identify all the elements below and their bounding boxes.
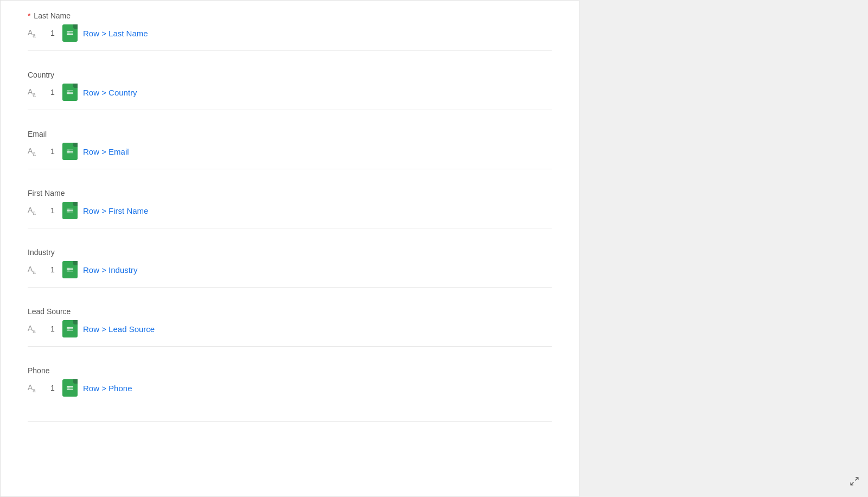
sheet-icon-last-name (62, 24, 78, 42)
sheet-icon-industry (62, 261, 78, 278)
row-number-last-name: 1 (48, 29, 57, 37)
field-section-country: CountryAa1 Row > Country (28, 71, 552, 124)
svg-rect-8 (67, 91, 67, 94)
svg-rect-2 (67, 34, 73, 35)
sheet-icon-email (62, 143, 78, 160)
svg-rect-11 (67, 151, 73, 151)
svg-rect-13 (67, 150, 67, 154)
divider (28, 287, 552, 288)
divider (28, 228, 552, 228)
svg-line-35 (856, 477, 858, 480)
svg-line-36 (851, 482, 853, 485)
field-link-country[interactable]: Row > Country (83, 88, 137, 97)
divider (28, 50, 552, 51)
row-number-country: 1 (48, 88, 57, 97)
svg-rect-33 (67, 386, 67, 390)
svg-rect-19 (68, 209, 69, 213)
svg-rect-27 (67, 330, 73, 330)
svg-rect-34 (68, 386, 69, 390)
sheet-icon-phone (62, 379, 78, 397)
svg-rect-4 (68, 31, 69, 35)
field-link-lead-source[interactable]: Row > Lead Source (83, 324, 155, 334)
svg-rect-31 (67, 387, 73, 388)
field-row-first-name: Aa1 Row > First Name (28, 202, 552, 219)
field-row-last-name: Aa1 Row > Last Name (28, 24, 552, 42)
field-row-industry: Aa1 Row > Industry (28, 261, 552, 278)
expand-icon[interactable] (850, 476, 859, 488)
type-icon-email: Aa (28, 146, 43, 157)
type-icon-text: Aa (28, 87, 36, 98)
svg-rect-18 (67, 209, 67, 213)
svg-rect-15 (67, 209, 73, 209)
svg-rect-30 (67, 386, 73, 387)
svg-rect-22 (67, 271, 73, 271)
divider (28, 110, 552, 110)
field-section-email: EmailAa1 Row > Email (28, 130, 552, 183)
field-row-phone: Aa1 Row > Phone (28, 379, 552, 397)
type-icon-text: Aa (28, 324, 36, 334)
svg-rect-3 (67, 31, 67, 35)
type-icon-phone: Aa (28, 383, 43, 393)
field-link-industry[interactable]: Row > Industry (83, 265, 137, 275)
type-icon-lead-source: Aa (28, 324, 43, 334)
svg-rect-26 (67, 328, 73, 329)
type-icon-text: Aa (28, 146, 36, 157)
field-section-first-name: First NameAa1 Row > First Name (28, 189, 552, 243)
field-label-last-name: * Last Name (28, 11, 552, 20)
field-label-email: Email (28, 130, 552, 138)
field-row-email: Aa1 Row > Email (28, 143, 552, 160)
required-star: * (28, 11, 33, 20)
divider (28, 169, 552, 169)
svg-rect-10 (67, 150, 73, 150)
svg-rect-6 (67, 92, 73, 92)
row-number-first-name: 1 (48, 206, 57, 215)
page-container: * Last NameAa1 Row > Last NameCountryAa1… (0, 0, 868, 497)
type-icon-text: Aa (28, 206, 36, 216)
sheet-icon-first-name (62, 202, 78, 219)
svg-rect-20 (67, 268, 73, 269)
field-label-first-name: First Name (28, 189, 552, 197)
svg-rect-9 (68, 91, 69, 94)
type-icon-first-name: Aa (28, 206, 43, 216)
field-link-email[interactable]: Row > Email (83, 147, 129, 156)
type-icon-text: Aa (28, 28, 36, 39)
svg-rect-24 (68, 268, 69, 272)
svg-rect-14 (68, 150, 69, 154)
svg-rect-21 (67, 269, 73, 270)
type-icon-country: Aa (28, 87, 43, 98)
type-icon-industry: Aa (28, 265, 43, 275)
svg-rect-7 (67, 93, 73, 94)
row-number-industry: 1 (48, 265, 57, 274)
field-label-lead-source: Lead Source (28, 307, 552, 316)
bottom-divider (28, 422, 552, 422)
row-number-lead-source: 1 (48, 324, 57, 333)
type-icon-text: Aa (28, 265, 36, 275)
field-row-lead-source: Aa1 Row > Lead Source (28, 320, 552, 337)
svg-rect-5 (67, 91, 73, 91)
row-number-phone: 1 (48, 384, 57, 392)
field-link-first-name[interactable]: Row > First Name (83, 206, 148, 215)
svg-rect-29 (68, 327, 69, 331)
field-link-last-name[interactable]: Row > Last Name (83, 29, 148, 38)
field-section-last-name: * Last NameAa1 Row > Last Name (28, 11, 552, 65)
svg-rect-16 (67, 210, 73, 211)
svg-rect-12 (67, 152, 73, 153)
svg-rect-17 (67, 212, 73, 212)
svg-rect-23 (67, 268, 67, 272)
svg-rect-25 (67, 327, 73, 328)
divider (28, 346, 552, 347)
type-icon-last-name: Aa (28, 28, 43, 39)
svg-rect-0 (67, 31, 73, 32)
sheet-icon-country (62, 84, 78, 101)
row-number-email: 1 (48, 147, 57, 156)
field-section-phone: PhoneAa1 Row > Phone (28, 366, 552, 411)
svg-rect-1 (67, 33, 73, 33)
field-section-industry: IndustryAa1 Row > Industry (28, 248, 552, 302)
field-label-country: Country (28, 71, 552, 79)
svg-rect-28 (67, 327, 67, 331)
field-link-phone[interactable]: Row > Phone (83, 384, 132, 393)
sheet-icon-lead-source (62, 320, 78, 337)
type-icon-text: Aa (28, 383, 36, 393)
field-section-lead-source: Lead SourceAa1 Row > Lead Source (28, 307, 552, 361)
main-panel: * Last NameAa1 Row > Last NameCountryAa1… (0, 0, 579, 497)
